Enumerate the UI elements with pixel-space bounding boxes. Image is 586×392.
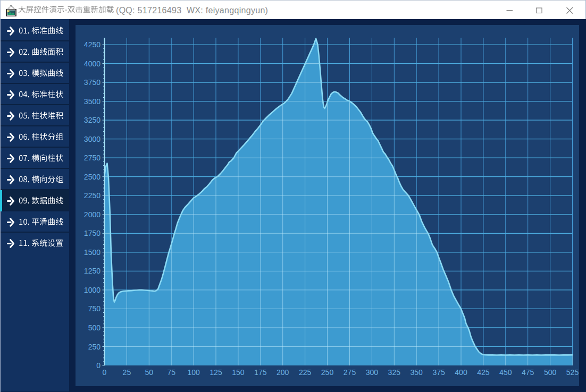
svg-text:350: 350: [411, 368, 423, 377]
svg-text:450: 450: [499, 368, 512, 377]
svg-text:750: 750: [88, 304, 101, 313]
svg-text:275: 275: [344, 368, 356, 377]
svg-text:525: 525: [566, 368, 579, 377]
svg-text:2500: 2500: [84, 173, 101, 181]
svg-text:50: 50: [145, 368, 154, 377]
svg-text:425: 425: [477, 368, 490, 377]
svg-text:150: 150: [232, 368, 245, 377]
svg-text:475: 475: [522, 368, 534, 377]
svg-text:4250: 4250: [84, 40, 101, 49]
svg-text:200: 200: [277, 368, 289, 377]
svg-text:250: 250: [88, 343, 101, 351]
svg-text:4000: 4000: [84, 59, 101, 68]
svg-text:2750: 2750: [84, 154, 101, 162]
svg-text:1750: 1750: [84, 229, 101, 237]
svg-text:125: 125: [210, 368, 222, 377]
svg-text:100: 100: [187, 368, 200, 377]
svg-text:3000: 3000: [84, 135, 101, 143]
svg-text:1000: 1000: [84, 286, 101, 294]
svg-text:1500: 1500: [84, 248, 101, 257]
svg-text:225: 225: [299, 368, 312, 377]
svg-text:3250: 3250: [84, 116, 101, 124]
svg-text:25: 25: [123, 368, 131, 377]
svg-text:250: 250: [321, 368, 334, 377]
svg-text:300: 300: [366, 368, 379, 377]
svg-text:375: 375: [432, 368, 445, 377]
svg-text:500: 500: [544, 368, 557, 377]
svg-text:1250: 1250: [84, 267, 101, 275]
svg-text:3500: 3500: [84, 97, 101, 106]
svg-text:175: 175: [254, 368, 267, 377]
svg-text:2250: 2250: [84, 191, 101, 200]
svg-text:0: 0: [103, 368, 107, 377]
svg-text:75: 75: [167, 368, 175, 377]
svg-text:0: 0: [96, 361, 101, 370]
svg-text:500: 500: [88, 323, 101, 332]
svg-text:325: 325: [388, 368, 401, 377]
svg-text:2000: 2000: [84, 210, 101, 219]
svg-text:400: 400: [455, 368, 467, 377]
svg-text:3750: 3750: [84, 78, 101, 87]
